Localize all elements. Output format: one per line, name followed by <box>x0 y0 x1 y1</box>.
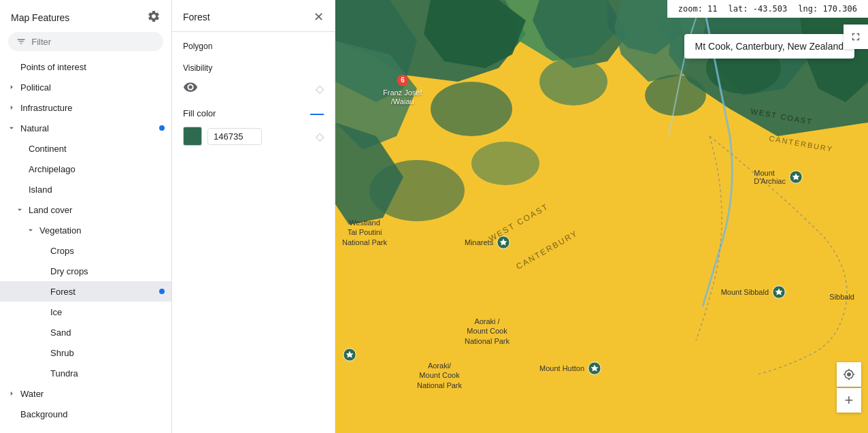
sidebar-item-label: Points of interest <box>18 62 166 72</box>
chevron-icon <box>5 81 18 93</box>
svg-point-18 <box>369 160 465 221</box>
sidebar-item-political[interactable]: Political <box>0 77 171 97</box>
sidebar-item-tundra[interactable]: Tundra <box>0 363 171 383</box>
filter-bar[interactable] <box>8 32 163 51</box>
mount-hutton-poi[interactable]: Mount Hutton <box>539 361 602 376</box>
settings-icon[interactable] <box>147 10 161 25</box>
sidebar-tree: Points of interest Political Infrastruct… <box>0 57 171 424</box>
aoraki-label-2: Aoraki/Mount CookNational Park <box>417 361 462 390</box>
sidebar-item-crops[interactable]: Crops <box>0 240 171 261</box>
sidebar-item-vegetation[interactable]: Vegetation <box>0 220 171 240</box>
westland-label: WestlandTai PoutiniNational Park <box>342 218 387 247</box>
sidebar-item-background[interactable]: Background <box>0 404 171 424</box>
active-dot <box>159 125 165 131</box>
chevron-icon <box>5 387 18 400</box>
visibility-label: Visibility <box>172 54 335 76</box>
svg-point-14 <box>431 82 512 136</box>
active-dot <box>159 289 165 294</box>
sidebar-item-continent[interactable]: Continent <box>0 138 171 159</box>
hex-input[interactable] <box>207 128 262 145</box>
aoraki-poi-left[interactable] <box>342 347 357 362</box>
polygon-label: Polygon <box>172 32 335 54</box>
sidebar-item-archipelago[interactable]: Archipelago <box>0 159 171 179</box>
location-label: Mt Cook, Canterbury, New Zealand <box>684 34 854 59</box>
sidebar-item-label: Sand <box>48 327 166 338</box>
sidebar-item-natural[interactable]: Natural <box>0 118 171 138</box>
map-area: zoom: 11 lat: -43.503 lng: 170.306 Mt Co… <box>335 0 868 433</box>
sidebar-item-label: Forest <box>48 287 166 297</box>
sidebar-item-points-of-interest[interactable]: Points of interest <box>0 57 171 77</box>
forest-panel-header: Forest ✕ <box>172 0 335 32</box>
left-panel: Map Features Points of interest Politica… <box>0 0 172 433</box>
sidebar-item-label: Island <box>26 185 166 195</box>
color-input-row: ◇ <box>172 124 335 148</box>
fullscreen-button[interactable] <box>844 25 868 49</box>
sidebar-item-label: Infrastructure <box>18 103 166 113</box>
sidebar-item-label: Political <box>18 82 166 93</box>
sidebar-item-water[interactable]: Water <box>0 383 171 404</box>
sidebar-item-land-cover[interactable]: Land cover <box>0 199 171 220</box>
minarets-poi[interactable]: Minarets <box>465 235 511 250</box>
svg-text:6: 6 <box>401 76 405 84</box>
sidebar-item-infrastructure[interactable]: Infrastructure <box>0 97 171 118</box>
sidebar-item-label: Crops <box>48 246 166 256</box>
sidebar-item-label: Vegetation <box>37 225 166 236</box>
sidebar-item-forest[interactable]: Forest <box>0 281 171 302</box>
sidebar-item-label: Background <box>18 409 166 419</box>
sidebar-item-ice[interactable]: Ice <box>0 302 171 322</box>
panel-title: Map Features <box>11 12 69 23</box>
sidebar-item-sand[interactable]: Sand <box>0 322 171 342</box>
map-canvas[interactable]: zoom: 11 lat: -43.503 lng: 170.306 Mt Co… <box>335 0 868 433</box>
sidebar-item-label: Continent <box>26 144 166 154</box>
zoom-label: zoom: 11 <box>678 4 718 14</box>
forest-title: Forest <box>183 12 210 22</box>
mount-sibbald-poi[interactable]: Mount Sibbald <box>721 285 786 300</box>
visibility-row: ◇ <box>172 76 335 102</box>
sibbald-label: Sibbald <box>829 293 854 301</box>
sidebar-item-shrub[interactable]: Shrub <box>0 342 171 363</box>
mount-darchiac-poi[interactable]: MountD'Archiac <box>754 169 803 185</box>
panel-header: Map Features <box>0 0 171 32</box>
lng-label: lng: 170.306 <box>798 4 857 14</box>
sidebar-item-label: Shrub <box>48 348 166 358</box>
map-topbar: zoom: 11 lat: -43.503 lng: 170.306 <box>667 0 868 18</box>
eye-icon[interactable] <box>183 80 198 98</box>
chevron-icon <box>5 122 18 134</box>
sidebar-item-label: Natural <box>18 123 166 133</box>
color-swatch[interactable] <box>183 127 202 146</box>
visibility-diamond-icon[interactable]: ◇ <box>316 82 324 95</box>
chevron-icon <box>14 204 26 216</box>
sidebar-item-label: Ice <box>48 307 166 317</box>
fill-color-label: Fill color <box>183 108 216 118</box>
filter-input[interactable] <box>31 37 155 47</box>
fill-color-minus-icon[interactable]: — <box>310 106 324 120</box>
franz-josef-poi[interactable]: 6 Franz Josef/Waiau <box>383 74 422 106</box>
map-controls: + <box>837 362 861 413</box>
fill-color-row: Fill color — <box>172 102 335 124</box>
lat-label: lat: -43.503 <box>729 4 788 14</box>
svg-point-19 <box>471 142 539 185</box>
sidebar-item-dry-crops[interactable]: Dry crops <box>0 261 171 281</box>
aoraki-label-1: Aoraki /Mount CookNational Park <box>465 317 510 346</box>
sidebar-item-label: Tundra <box>48 368 166 379</box>
sidebar-item-label: Dry crops <box>48 266 166 276</box>
zoom-in-button[interactable]: + <box>837 388 861 413</box>
close-button[interactable]: ✕ <box>314 10 324 25</box>
svg-point-15 <box>539 58 607 106</box>
forest-panel: Forest ✕ Polygon Visibility ◇ Fill color… <box>172 0 335 433</box>
svg-point-16 <box>645 75 706 116</box>
chevron-icon <box>5 101 18 114</box>
sidebar-item-label: Archipelago <box>26 164 166 174</box>
chevron-icon <box>24 224 37 236</box>
sidebar-item-island[interactable]: Island <box>0 179 171 199</box>
my-location-button[interactable] <box>837 362 861 387</box>
sidebar-item-label: Land cover <box>26 205 166 215</box>
fill-diamond-icon[interactable]: ◇ <box>316 130 324 143</box>
sidebar-item-label: Water <box>18 389 166 399</box>
filter-icon <box>16 36 26 47</box>
